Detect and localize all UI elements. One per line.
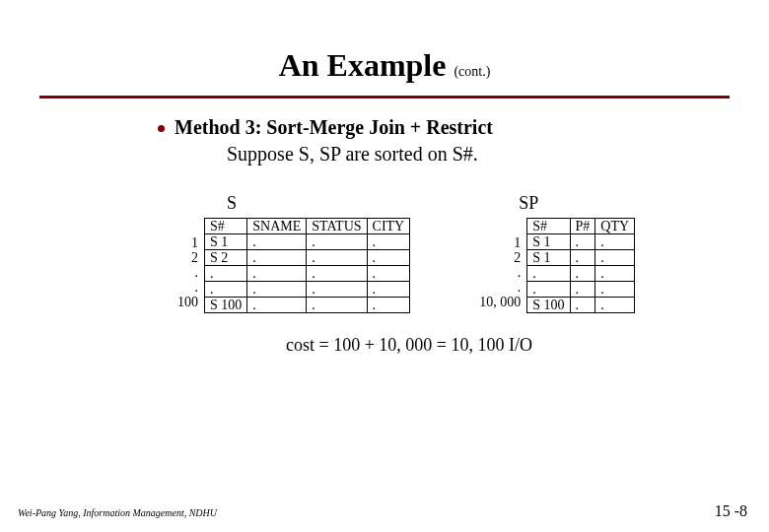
cell: . — [367, 266, 410, 282]
cell: . — [570, 250, 595, 266]
cell: . — [595, 266, 635, 282]
tables-row: S 1 2 . . 100 S# SNAME STATUS CITY — [177, 193, 710, 313]
cell: . — [205, 266, 247, 282]
method-line: Method 3: Sort-Merge Join + Restrict — [175, 116, 493, 139]
suppose-line: Suppose S, SP are sorted on S#. — [227, 143, 710, 166]
rownum: . — [177, 265, 198, 280]
rownum: 10, 000 — [479, 295, 521, 309]
rownum: 100 — [177, 295, 198, 309]
bullet-item: Method 3: Sort-Merge Join + Restrict — [158, 116, 710, 139]
cell: . — [307, 250, 367, 266]
method-text: Sort-Merge Join + Restrict — [261, 116, 493, 138]
rownum: 1 — [177, 235, 198, 250]
cell: S 100 — [205, 298, 247, 313]
table-s-label: S — [227, 193, 410, 214]
table-row: S# SNAME STATUS CITY — [205, 219, 410, 234]
cell: . — [307, 234, 367, 250]
table-sp-block: SP 1 2 . . 10, 000 S# P# QTY S 1 — [479, 193, 635, 313]
cell: S 1 — [205, 234, 247, 250]
cell: S 1 — [527, 234, 570, 250]
table-row: S 100 . . — [527, 298, 635, 313]
table-row: . . . — [527, 282, 635, 298]
table-row: S 1 . . — [527, 250, 635, 266]
cell: . — [595, 298, 635, 313]
table-sp-wrap: 1 2 . . 10, 000 S# P# QTY S 1 . . — [479, 218, 635, 313]
table-row: S 2 . . . — [205, 250, 410, 266]
cell: . — [367, 250, 410, 266]
cell: . — [595, 250, 635, 266]
col-header: P# — [570, 219, 595, 234]
rownum: 2 — [479, 250, 521, 265]
col-header: S# — [205, 219, 247, 234]
footer-left: Wei-Pang Yang, Information Management, N… — [18, 507, 217, 518]
rownum: 2 — [177, 250, 198, 265]
table-sp: S# P# QTY S 1 . . S 1 . . — [526, 218, 635, 313]
cell: S 2 — [205, 250, 247, 266]
title-row: An Example (cont.) — [0, 0, 769, 90]
cell: . — [307, 298, 367, 313]
col-header: SNAME — [247, 219, 307, 234]
slide-title: An Example — [279, 47, 447, 83]
cell: . — [307, 282, 367, 298]
col-header: STATUS — [307, 219, 367, 234]
table-s-rownums: 1 2 . . 100 — [177, 218, 204, 309]
table-row: . . . . — [205, 266, 410, 282]
table-row: S 1 . . . — [205, 234, 410, 250]
cost-line: cost = 100 + 10, 000 = 10, 100 I/O — [286, 335, 710, 356]
table-sp-label: SP — [519, 193, 635, 214]
table-row: S 100 . . . — [205, 298, 410, 313]
table-row: . . . . — [205, 282, 410, 298]
cell: S 1 — [527, 250, 570, 266]
table-row: S 1 . . — [527, 234, 635, 250]
cell: . — [367, 282, 410, 298]
bullet-icon — [158, 125, 165, 132]
cell: . — [570, 234, 595, 250]
cell: S 100 — [527, 298, 570, 313]
rownum: . — [177, 280, 198, 295]
table-s-block: S 1 2 . . 100 S# SNAME STATUS CITY — [177, 193, 410, 313]
cell: . — [367, 234, 410, 250]
cell: . — [247, 266, 307, 282]
rownum: 1 — [479, 235, 521, 250]
table-row: . . . — [527, 266, 635, 282]
rownum: . — [479, 265, 521, 280]
cell: . — [570, 282, 595, 298]
cell: . — [247, 250, 307, 266]
method-label: Method 3: — [175, 116, 261, 138]
col-header: QTY — [595, 219, 635, 234]
footer-right: 15 -8 — [715, 502, 747, 520]
cell: . — [247, 298, 307, 313]
col-header: S# — [527, 219, 570, 234]
table-row: S# P# QTY — [527, 219, 635, 234]
col-header: CITY — [367, 219, 410, 234]
cell: . — [367, 298, 410, 313]
table-s: S# SNAME STATUS CITY S 1 . . . S 2 . — [204, 218, 410, 313]
slide-title-cont: (cont.) — [454, 64, 490, 79]
cell: . — [527, 266, 570, 282]
slide-body: Method 3: Sort-Merge Join + Restrict Sup… — [0, 99, 769, 356]
table-sp-rownums: 1 2 . . 10, 000 — [479, 218, 526, 309]
cell: . — [570, 298, 595, 313]
table-s-wrap: 1 2 . . 100 S# SNAME STATUS CITY S 1 — [177, 218, 410, 313]
cell: . — [595, 282, 635, 298]
cell: . — [247, 234, 307, 250]
cell: . — [205, 282, 247, 298]
rownum: . — [479, 280, 521, 295]
cell: . — [595, 234, 635, 250]
cell: . — [247, 282, 307, 298]
cell: . — [527, 282, 570, 298]
cell: . — [307, 266, 367, 282]
cell: . — [570, 266, 595, 282]
